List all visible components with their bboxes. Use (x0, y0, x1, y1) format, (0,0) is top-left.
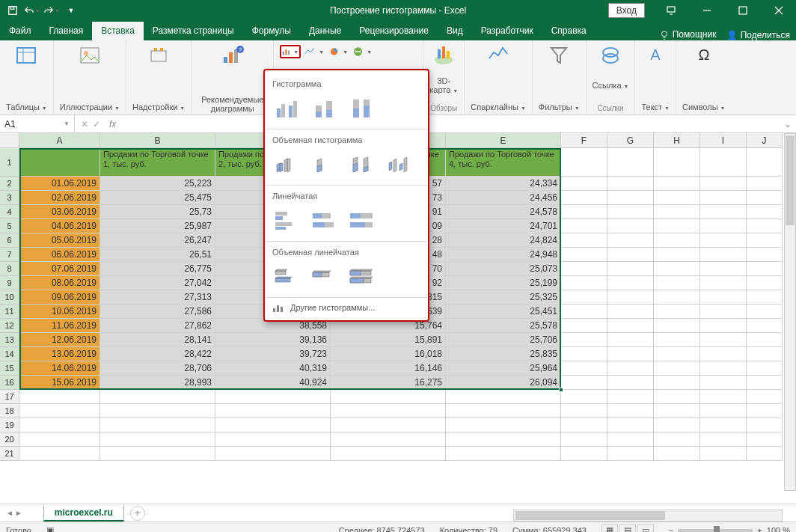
cell[interactable] (446, 447, 561, 461)
cell[interactable] (747, 262, 783, 276)
cell[interactable] (446, 418, 561, 432)
3d-stacked-bar-icon[interactable] (310, 263, 340, 290)
tables-group[interactable]: Таблицы ▼ (0, 40, 54, 114)
cell[interactable]: 12.06.2019 (19, 333, 100, 347)
login-button[interactable]: Вход (608, 3, 645, 18)
cell[interactable] (607, 447, 654, 461)
cell[interactable]: 16,018 (331, 347, 446, 361)
filters-group[interactable]: Фильтры ▼ (533, 40, 587, 114)
cell[interactable]: 24,701 (446, 219, 561, 233)
cell[interactable] (19, 390, 100, 404)
cell[interactable] (607, 248, 654, 262)
expand-formula-bar-icon[interactable]: ⌄ (780, 119, 796, 129)
cell[interactable] (700, 233, 747, 248)
stacked-bar-icon[interactable] (310, 207, 340, 233)
cell[interactable] (607, 361, 654, 376)
cell[interactable] (700, 376, 747, 390)
cell[interactable] (700, 248, 747, 262)
cell[interactable] (446, 432, 561, 447)
cell[interactable] (654, 305, 700, 319)
zoom-slider[interactable] (678, 529, 753, 532)
cell[interactable] (700, 418, 747, 432)
new-sheet-button[interactable]: + (130, 506, 145, 521)
cell[interactable]: 25,706 (446, 333, 561, 347)
cell[interactable] (654, 347, 700, 361)
cell[interactable]: 25,964 (446, 361, 561, 376)
row-header[interactable]: 15 (0, 361, 19, 376)
cell[interactable]: 40,319 (215, 361, 331, 376)
cancel-formula-icon[interactable]: ✕ (81, 119, 88, 129)
clustered-bar-icon[interactable] (272, 207, 302, 233)
cell[interactable] (747, 233, 783, 248)
cell[interactable] (561, 290, 607, 305)
cell[interactable] (654, 248, 700, 262)
cell[interactable] (654, 191, 700, 205)
cell[interactable] (561, 305, 607, 319)
cell[interactable] (561, 148, 607, 177)
cell[interactable]: Продажи по Торговой точке 1, тыс. руб. (100, 148, 215, 177)
row-header[interactable]: 7 (0, 248, 19, 262)
cell[interactable] (654, 333, 700, 347)
minimize-icon[interactable] (690, 0, 724, 21)
cell[interactable] (654, 376, 700, 390)
cell[interactable]: 03.06.2019 (19, 205, 100, 219)
addins-group[interactable]: Надстройки ▼ (126, 40, 192, 114)
stacked-100-bar-icon[interactable] (347, 207, 377, 233)
cell[interactable]: 25,835 (446, 347, 561, 361)
tab-Формулы[interactable]: Формулы (243, 22, 300, 40)
tab-Вид[interactable]: Вид (438, 22, 472, 40)
cell[interactable] (607, 404, 654, 418)
normal-view-icon[interactable]: ▦ (601, 525, 618, 533)
cell[interactable] (607, 219, 654, 233)
row-header[interactable]: 20 (0, 432, 19, 447)
cell[interactable]: 25,73 (100, 205, 215, 219)
cell[interactable] (654, 361, 700, 376)
cell[interactable] (607, 305, 654, 319)
page-break-view-icon[interactable]: ▭ (637, 525, 654, 533)
cell[interactable] (561, 191, 607, 205)
cell[interactable] (700, 276, 747, 290)
cell[interactable] (747, 404, 783, 418)
cell[interactable] (654, 432, 700, 447)
tab-Разметка страницы[interactable]: Разметка страницы (144, 22, 243, 40)
cell[interactable] (654, 219, 700, 233)
cell[interactable] (561, 333, 607, 347)
text-group[interactable]: A Текст ▼ (635, 40, 676, 114)
cell[interactable] (561, 276, 607, 290)
cell[interactable] (747, 447, 783, 461)
cell[interactable] (654, 205, 700, 219)
cell[interactable] (747, 219, 783, 233)
sheet-nav-next-icon[interactable]: ► (15, 509, 22, 517)
qat-customize-icon[interactable]: ▼ (63, 2, 79, 19)
cell[interactable] (607, 390, 654, 404)
cell[interactable] (607, 205, 654, 219)
maps-button[interactable]: ▼ (352, 45, 373, 58)
cell[interactable] (747, 305, 783, 319)
cell[interactable] (747, 148, 783, 177)
cell[interactable] (700, 404, 747, 418)
row-header[interactable]: 13 (0, 333, 19, 347)
row-header[interactable]: 9 (0, 276, 19, 290)
cell[interactable] (100, 390, 215, 404)
cell[interactable] (700, 205, 747, 219)
vertical-scrollbar[interactable] (784, 133, 796, 491)
cell[interactable]: 24,578 (446, 205, 561, 219)
cell[interactable]: 26,775 (100, 262, 215, 276)
cell[interactable] (561, 390, 607, 404)
cell[interactable]: 01.06.2019 (19, 177, 100, 191)
cell[interactable] (700, 347, 747, 361)
sparklines-group[interactable]: Спарклайны ▼ (465, 40, 533, 114)
recommended-charts[interactable]: ? Рекомендуемые диаграммы (192, 40, 274, 114)
share-button[interactable]: 👤 Поделиться (726, 30, 790, 40)
cell[interactable] (607, 347, 654, 361)
cell[interactable] (700, 177, 747, 191)
cell[interactable] (747, 418, 783, 432)
cell[interactable] (700, 447, 747, 461)
cell[interactable]: 25,987 (100, 219, 215, 233)
stacked-100-column-icon[interactable] (347, 94, 377, 121)
3d-column-icon[interactable] (385, 150, 414, 177)
column-header[interactable]: I (700, 133, 747, 148)
cell[interactable] (561, 248, 607, 262)
cell[interactable]: 08.06.2019 (19, 276, 100, 290)
links-group[interactable]: Ссылка ▼ Ссылки (587, 40, 636, 114)
